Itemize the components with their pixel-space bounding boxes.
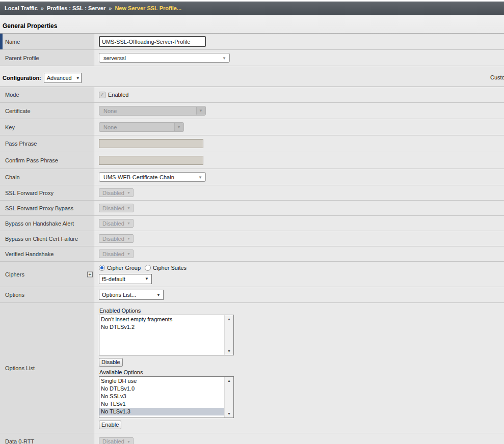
mode-checkbox: ✓ xyxy=(99,92,105,98)
breadcrumb-separator-icon: » xyxy=(109,5,112,11)
ssl-forward-proxy-bypass-label-cell: SSL Forward Proxy Bypass xyxy=(0,201,94,215)
chevron-down-icon: ▼ xyxy=(127,191,130,195)
key-select: None ▼ xyxy=(99,122,184,132)
chevron-down-icon: ▼ xyxy=(156,293,161,297)
data-0rtt-value-cell: Disabled ▼ xyxy=(94,433,504,444)
breadcrumb-profiles-ssl-server[interactable]: Profiles : SSL : Server xyxy=(47,5,105,11)
chevron-down-icon: ▼ xyxy=(127,252,130,256)
bypass-on-client-cert-failure-selected-value: Disabled xyxy=(102,236,124,242)
mode-row: Mode ✓ Enabled xyxy=(0,87,504,103)
key-label: Key xyxy=(5,124,15,130)
chevron-down-icon: ▼ xyxy=(127,440,130,443)
bypass-on-client-cert-failure-label: Bypass on Client Cert Failure xyxy=(5,236,78,242)
options-value-cell: Options List... ▼ xyxy=(94,287,504,302)
chevron-down-icon: ▼ xyxy=(198,175,202,179)
general-properties-table: Name Parent Profile serverssl ▼ xyxy=(0,33,504,66)
bypass-on-client-cert-failure-row: Bypass on Client Cert Failure Disabled ▼ xyxy=(0,231,504,246)
name-value-cell xyxy=(94,34,504,49)
mode-checkbox-label: Enabled xyxy=(108,92,128,98)
name-row: Name xyxy=(0,34,504,50)
pass-phrase-input xyxy=(99,139,203,148)
data-0rtt-label: Data 0-RTT xyxy=(5,438,34,444)
configuration-table: Mode ✓ Enabled Certificate None ▼ Key xyxy=(0,87,504,444)
available-options-list: Single DH useNo DTLSv1.0No SSLv3No TLSv1… xyxy=(99,377,224,418)
ciphers-expand-button[interactable]: + xyxy=(87,271,93,277)
list-item[interactable]: No DTLSv1.2 xyxy=(99,323,224,331)
list-item[interactable]: No SSLv3 xyxy=(99,393,224,400)
options-label-cell: Options xyxy=(0,287,94,302)
options-list-value-cell: Enabled Options Don't insert empty fragm… xyxy=(94,303,504,433)
list-item[interactable]: Don't insert empty fragments xyxy=(99,316,224,323)
parent-profile-label-cell: Parent Profile xyxy=(0,50,94,66)
ciphers-value-cell: Cipher Group Cipher Suites f5-default ▼ xyxy=(94,262,504,287)
chain-select[interactable]: UMS-WEB-Certificate-Chain ▼ xyxy=(99,172,206,182)
ciphers-radio-group: Cipher Group Cipher Suites xyxy=(99,265,191,271)
cipher-group-select[interactable]: f5-default ▼ xyxy=(99,274,152,284)
data-0rtt-row: Data 0-RTT Disabled ▼ xyxy=(0,433,504,444)
confirm-pass-phrase-label-cell: Confirm Pass Phrase xyxy=(0,152,94,169)
chevron-down-icon: ▼ xyxy=(127,221,130,225)
bypass-on-handshake-alert-select: Disabled ▼ xyxy=(99,219,134,228)
cipher-group-radio[interactable]: Cipher Group xyxy=(99,265,141,271)
ciphers-label-cell: Ciphers + xyxy=(0,262,94,287)
data-0rtt-select: Disabled ▼ xyxy=(99,437,134,444)
bypass-on-client-cert-failure-select: Disabled ▼ xyxy=(99,234,134,243)
enabled-options-listbox[interactable]: Don't insert empty fragmentsNo DTLSv1.2 … xyxy=(99,315,234,355)
breadcrumb-local-traffic[interactable]: Local Traffic xyxy=(5,5,38,11)
ssl-forward-proxy-row: SSL Forward Proxy Disabled ▼ xyxy=(0,185,504,201)
chevron-down-icon: ▼ xyxy=(145,276,149,281)
options-select[interactable]: Options List... ▼ xyxy=(99,290,164,300)
key-value-cell: None ▼ xyxy=(94,119,504,135)
bypass-on-handshake-alert-selected-value: Disabled xyxy=(102,220,124,227)
confirm-pass-phrase-label: Confirm Pass Phrase xyxy=(5,157,58,163)
ssl-forward-proxy-bypass-select: Disabled ▼ xyxy=(99,204,134,212)
parent-profile-row: Parent Profile serverssl ▼ xyxy=(0,50,504,66)
bypass-on-handshake-alert-label: Bypass on Handshake Alert xyxy=(5,220,74,227)
custom-column-label: Custom xyxy=(490,74,504,80)
ssl-forward-proxy-label-cell: SSL Forward Proxy xyxy=(0,185,94,200)
confirm-pass-phrase-input xyxy=(99,156,203,165)
cipher-suites-radio[interactable]: Cipher Suites xyxy=(145,265,187,271)
scroll-down-icon[interactable]: ▼ xyxy=(225,410,233,418)
configuration-level-value: Advanced xyxy=(47,75,72,81)
mode-label-cell: Mode xyxy=(0,87,94,102)
list-item[interactable]: No DTLSv1.0 xyxy=(99,385,224,393)
parent-profile-select[interactable]: serverssl ▼ xyxy=(99,53,230,63)
data-0rtt-label-cell: Data 0-RTT xyxy=(0,433,94,444)
parent-profile-value-cell: serverssl ▼ xyxy=(94,50,504,66)
scroll-up-icon[interactable]: ▲ xyxy=(225,377,233,384)
chevron-down-icon: ▼ xyxy=(222,55,226,60)
verified-handshake-select: Disabled ▼ xyxy=(99,249,134,258)
name-input[interactable] xyxy=(99,36,206,47)
bypass-on-client-cert-failure-label-cell: Bypass on Client Cert Failure xyxy=(0,231,94,246)
verified-handshake-value-cell: Disabled ▼ xyxy=(94,246,504,261)
check-icon: ✓ xyxy=(100,92,104,97)
scrollbar[interactable]: ▲ ▼ xyxy=(224,377,233,418)
options-row: Options Options List... ▼ xyxy=(0,287,504,303)
scrollbar[interactable]: ▲ ▼ xyxy=(224,315,233,355)
options-list-row: Options List Enabled Options Don't inser… xyxy=(0,303,504,433)
verified-handshake-selected-value: Disabled xyxy=(102,251,124,257)
chevron-down-icon: ▼ xyxy=(127,237,130,240)
scroll-up-icon[interactable]: ▲ xyxy=(225,315,233,323)
radio-unselected-icon xyxy=(145,265,151,271)
certificate-label-cell: Certificate xyxy=(0,103,94,119)
options-list-label-cell: Options List xyxy=(0,303,94,433)
options-list-label: Options List xyxy=(5,365,35,371)
scroll-down-icon[interactable]: ▼ xyxy=(225,347,233,355)
ciphers-row: Ciphers + Cipher Group Cipher Suites f5-… xyxy=(0,262,504,287)
list-item[interactable]: Single DH use xyxy=(99,377,224,385)
pass-phrase-label: Pass Phrase xyxy=(5,141,37,147)
options-selected-value: Options List... xyxy=(102,292,136,298)
list-item[interactable]: No TLSv1.3 xyxy=(99,408,224,415)
available-options-listbox[interactable]: Single DH useNo DTLSv1.0No SSLv3No TLSv1… xyxy=(99,376,234,418)
key-row: Key None ▼ xyxy=(0,119,504,135)
configuration-level-select[interactable]: Advanced ▼ xyxy=(44,73,82,83)
breadcrumb-bar: Local Traffic » Profiles : SSL : Server … xyxy=(0,0,504,15)
list-item[interactable]: No TLSv1 xyxy=(99,400,224,408)
disable-button[interactable]: Disable xyxy=(99,358,123,367)
verified-handshake-label: Verified Handshake xyxy=(5,251,54,257)
mode-label: Mode xyxy=(5,92,19,98)
enable-button[interactable]: Enable xyxy=(99,421,121,429)
bypass-on-handshake-alert-label-cell: Bypass on Handshake Alert xyxy=(0,216,94,231)
